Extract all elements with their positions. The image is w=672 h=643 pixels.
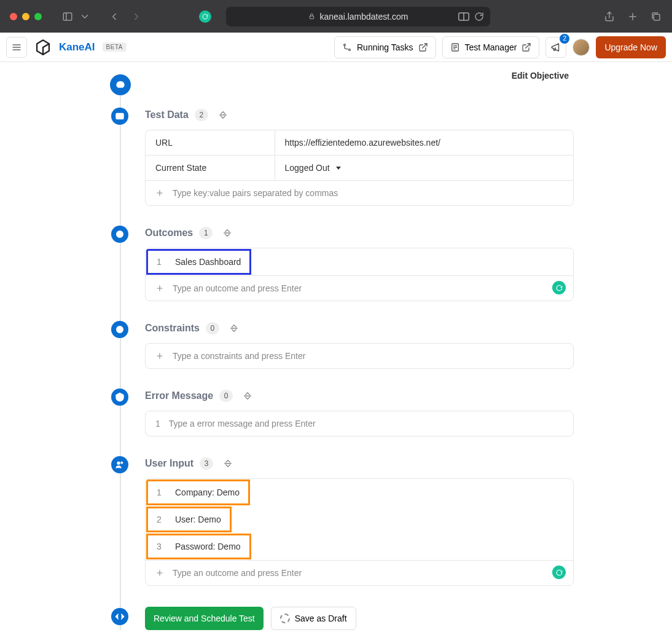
collapse-icon[interactable] bbox=[222, 228, 232, 238]
state-label: Current State bbox=[146, 156, 275, 181]
user-input-item[interactable]: 1 Company: Demo bbox=[146, 479, 250, 505]
back-icon[interactable] bbox=[108, 10, 120, 23]
lambdatest-logo-icon[interactable] bbox=[34, 39, 52, 56]
svg-line-19 bbox=[526, 44, 530, 48]
svg-point-41 bbox=[117, 462, 120, 464]
review-schedule-button[interactable]: Review and Schedule Test bbox=[145, 607, 264, 630]
error-title: Error Message bbox=[145, 390, 213, 401]
outcomes-title: Outcomes bbox=[145, 227, 193, 239]
error-card: 1 Type a error message and press Enter bbox=[145, 411, 574, 436]
url-row: URL https://effizientedemo.azurewebsites… bbox=[146, 130, 573, 156]
svg-point-20 bbox=[119, 84, 120, 85]
test-data-node-icon[interactable] bbox=[111, 108, 128, 125]
test-data-card: URL https://effizientedemo.azurewebsites… bbox=[145, 130, 574, 206]
sidebar-toggle-icon[interactable] bbox=[61, 10, 74, 23]
constraints-node-icon[interactable] bbox=[111, 321, 128, 338]
collapse-icon[interactable] bbox=[229, 323, 239, 333]
dashed-circle-icon bbox=[280, 613, 290, 623]
constraints-title: Constraints bbox=[145, 323, 200, 334]
url-text: kaneai.lambdatest.com bbox=[320, 12, 408, 22]
add-test-data-input[interactable]: Type key:value pairs separated by commas bbox=[146, 180, 573, 205]
translate-icon[interactable] bbox=[458, 12, 469, 21]
close-window-icon[interactable] bbox=[10, 13, 17, 20]
user-input-card: 1 Company: Demo 2 User: Demo 3 Password:… bbox=[145, 478, 574, 586]
url-value[interactable]: https://effizientedemo.azurewebsites.net… bbox=[275, 130, 573, 156]
svg-point-28 bbox=[119, 233, 121, 235]
announcements-button[interactable]: 2 bbox=[545, 37, 566, 58]
grammarly-icon[interactable] bbox=[552, 566, 566, 579]
test-data-count: 2 bbox=[195, 109, 208, 121]
notification-badge: 2 bbox=[560, 34, 569, 44]
plus-icon bbox=[155, 189, 164, 197]
maximize-window-icon[interactable] bbox=[34, 13, 42, 20]
plus-icon bbox=[155, 284, 164, 293]
external-link-icon bbox=[418, 42, 428, 52]
tabs-icon[interactable] bbox=[650, 10, 662, 23]
svg-point-21 bbox=[121, 84, 122, 85]
app-topbar: KaneAI BETA Running Tasks Test Manager 2… bbox=[0, 33, 672, 62]
add-constraint-input[interactable]: Type a constraints and press Enter bbox=[146, 344, 573, 368]
plus-icon bbox=[155, 352, 164, 360]
url-label: URL bbox=[146, 130, 275, 156]
state-dropdown[interactable]: Logged Out bbox=[285, 163, 341, 173]
error-count: 0 bbox=[219, 390, 233, 402]
svg-rect-0 bbox=[63, 13, 72, 20]
lock-icon bbox=[308, 13, 315, 20]
test-data-title: Test Data bbox=[145, 109, 189, 120]
user-input-count: 3 bbox=[200, 457, 213, 470]
test-data-placeholder: Type key:value pairs separated by commas bbox=[173, 188, 338, 198]
browser-chrome: kaneai.lambdatest.com bbox=[0, 0, 672, 33]
error-node-icon[interactable] bbox=[111, 389, 128, 406]
outcomes-node-icon[interactable] bbox=[111, 226, 128, 243]
brand-name[interactable]: KaneAI bbox=[59, 41, 95, 53]
svg-point-42 bbox=[121, 462, 123, 464]
constraints-count: 0 bbox=[206, 322, 219, 334]
minimize-window-icon[interactable] bbox=[22, 13, 29, 20]
share-icon[interactable] bbox=[603, 10, 615, 23]
upgrade-button[interactable]: Upgrade Now bbox=[596, 36, 666, 58]
user-input-placeholder: Type an outcome and press Enter bbox=[173, 568, 302, 578]
outcome-placeholder: Type an outcome and press Enter bbox=[173, 283, 302, 293]
beta-badge: BETA bbox=[103, 42, 127, 52]
constraints-card: Type a constraints and press Enter bbox=[145, 343, 574, 369]
menu-button[interactable] bbox=[6, 37, 27, 58]
add-outcome-input[interactable]: Type an outcome and press Enter bbox=[146, 275, 573, 301]
url-bar[interactable]: kaneai.lambdatest.com bbox=[226, 7, 490, 26]
svg-rect-2 bbox=[310, 16, 313, 19]
collapse-icon[interactable] bbox=[243, 391, 252, 401]
svg-point-13 bbox=[349, 49, 351, 50]
grammarly-icon[interactable] bbox=[552, 281, 566, 294]
outcomes-card: 1 Sales Dashboard Type an outcome and pr… bbox=[145, 248, 574, 301]
user-input-item[interactable]: 2 User: Demo bbox=[146, 507, 232, 532]
constraint-placeholder: Type a constraints and press Enter bbox=[173, 351, 305, 361]
traffic-lights bbox=[10, 13, 42, 20]
refresh-icon[interactable] bbox=[474, 12, 484, 22]
outcome-item[interactable]: 1 Sales Dashboard bbox=[146, 249, 251, 275]
user-input-item[interactable]: 3 Password: Demo bbox=[146, 534, 251, 559]
outcomes-count: 1 bbox=[199, 227, 213, 239]
chevron-down-icon[interactable] bbox=[79, 10, 91, 23]
state-row: Current State Logged Out bbox=[146, 156, 573, 181]
add-error-input[interactable]: 1 Type a error message and press Enter bbox=[146, 411, 573, 436]
user-avatar[interactable] bbox=[572, 39, 590, 56]
running-tasks-button[interactable]: Running Tasks bbox=[334, 36, 436, 58]
grammarly-icon[interactable] bbox=[199, 10, 211, 23]
new-tab-icon[interactable] bbox=[627, 10, 639, 23]
user-input-node-icon[interactable] bbox=[111, 456, 128, 473]
svg-line-14 bbox=[422, 44, 426, 48]
user-input-title: User Input bbox=[145, 458, 193, 469]
code-node-icon[interactable] bbox=[111, 608, 128, 625]
save-draft-button[interactable]: Save as Draft bbox=[271, 607, 356, 630]
objective-node-icon[interactable] bbox=[110, 74, 131, 95]
svg-rect-8 bbox=[654, 14, 660, 20]
caret-down-icon bbox=[336, 167, 341, 170]
svg-rect-22 bbox=[116, 113, 123, 119]
external-link-icon bbox=[522, 42, 531, 52]
add-user-input[interactable]: Type an outcome and press Enter bbox=[146, 560, 573, 585]
collapse-icon[interactable] bbox=[223, 459, 233, 468]
error-placeholder: Type a error message and press Enter bbox=[169, 419, 316, 428]
forward-icon[interactable] bbox=[130, 10, 143, 23]
svg-point-39 bbox=[120, 398, 120, 399]
collapse-icon[interactable] bbox=[218, 110, 228, 120]
test-manager-button[interactable]: Test Manager bbox=[442, 36, 540, 58]
